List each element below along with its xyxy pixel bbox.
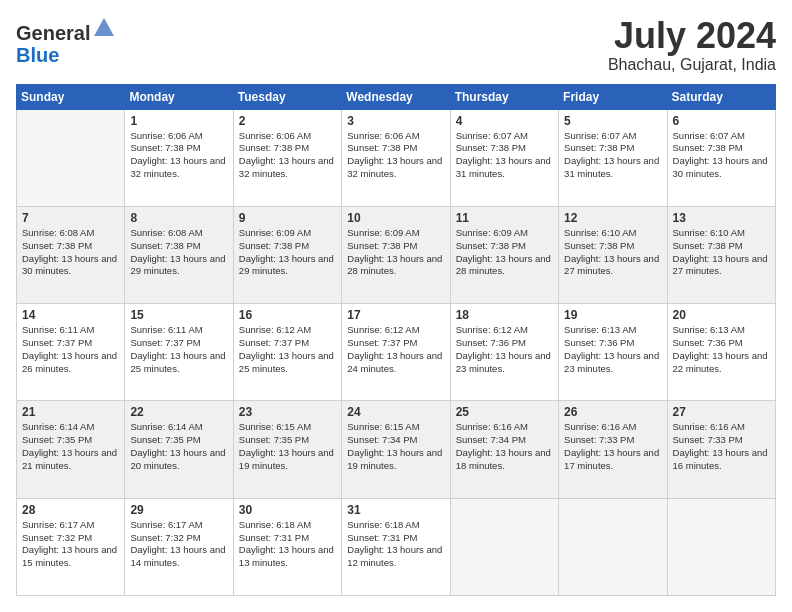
day-number: 12 (564, 211, 661, 225)
day-number: 24 (347, 405, 444, 419)
day-info: Sunrise: 6:10 AMSunset: 7:38 PMDaylight:… (564, 227, 661, 278)
day-number: 31 (347, 503, 444, 517)
day-number: 23 (239, 405, 336, 419)
logo-text: General Blue (16, 16, 116, 66)
day-number: 3 (347, 114, 444, 128)
calendar-week-row: 1Sunrise: 6:06 AMSunset: 7:38 PMDaylight… (17, 109, 776, 206)
day-info: Sunrise: 6:12 AMSunset: 7:37 PMDaylight:… (239, 324, 336, 375)
day-info: Sunrise: 6:11 AMSunset: 7:37 PMDaylight:… (130, 324, 227, 375)
day-number: 25 (456, 405, 553, 419)
day-number: 1 (130, 114, 227, 128)
day-info: Sunrise: 6:16 AMSunset: 7:34 PMDaylight:… (456, 421, 553, 472)
day-info: Sunrise: 6:13 AMSunset: 7:36 PMDaylight:… (673, 324, 770, 375)
day-number: 8 (130, 211, 227, 225)
day-info: Sunrise: 6:06 AMSunset: 7:38 PMDaylight:… (130, 130, 227, 181)
day-info: Sunrise: 6:18 AMSunset: 7:31 PMDaylight:… (239, 519, 336, 570)
day-info: Sunrise: 6:12 AMSunset: 7:37 PMDaylight:… (347, 324, 444, 375)
table-row: 7Sunrise: 6:08 AMSunset: 7:38 PMDaylight… (17, 206, 125, 303)
table-row: 6Sunrise: 6:07 AMSunset: 7:38 PMDaylight… (667, 109, 775, 206)
month-title: July 2024 (608, 16, 776, 56)
table-row: 4Sunrise: 6:07 AMSunset: 7:38 PMDaylight… (450, 109, 558, 206)
day-number: 14 (22, 308, 119, 322)
table-row: 16Sunrise: 6:12 AMSunset: 7:37 PMDayligh… (233, 304, 341, 401)
calendar-week-row: 14Sunrise: 6:11 AMSunset: 7:37 PMDayligh… (17, 304, 776, 401)
table-row: 29Sunrise: 6:17 AMSunset: 7:32 PMDayligh… (125, 498, 233, 595)
day-info: Sunrise: 6:15 AMSunset: 7:35 PMDaylight:… (239, 421, 336, 472)
day-number: 26 (564, 405, 661, 419)
day-number: 19 (564, 308, 661, 322)
day-info: Sunrise: 6:09 AMSunset: 7:38 PMDaylight:… (347, 227, 444, 278)
table-row: 8Sunrise: 6:08 AMSunset: 7:38 PMDaylight… (125, 206, 233, 303)
table-row: 2Sunrise: 6:06 AMSunset: 7:38 PMDaylight… (233, 109, 341, 206)
col-wednesday: Wednesday (342, 84, 450, 109)
day-number: 11 (456, 211, 553, 225)
page: General Blue July 2024 Bhachau, Gujarat,… (0, 0, 792, 612)
day-info: Sunrise: 6:07 AMSunset: 7:38 PMDaylight:… (456, 130, 553, 181)
day-number: 29 (130, 503, 227, 517)
day-number: 21 (22, 405, 119, 419)
day-info: Sunrise: 6:15 AMSunset: 7:34 PMDaylight:… (347, 421, 444, 472)
day-info: Sunrise: 6:11 AMSunset: 7:37 PMDaylight:… (22, 324, 119, 375)
day-number: 22 (130, 405, 227, 419)
calendar-header-row: Sunday Monday Tuesday Wednesday Thursday… (17, 84, 776, 109)
col-friday: Friday (559, 84, 667, 109)
day-info: Sunrise: 6:07 AMSunset: 7:38 PMDaylight:… (564, 130, 661, 181)
day-info: Sunrise: 6:13 AMSunset: 7:36 PMDaylight:… (564, 324, 661, 375)
day-info: Sunrise: 6:18 AMSunset: 7:31 PMDaylight:… (347, 519, 444, 570)
day-info: Sunrise: 6:08 AMSunset: 7:38 PMDaylight:… (130, 227, 227, 278)
title-block: July 2024 Bhachau, Gujarat, India (608, 16, 776, 74)
day-number: 9 (239, 211, 336, 225)
day-info: Sunrise: 6:14 AMSunset: 7:35 PMDaylight:… (22, 421, 119, 472)
day-info: Sunrise: 6:08 AMSunset: 7:38 PMDaylight:… (22, 227, 119, 278)
day-number: 15 (130, 308, 227, 322)
logo: General Blue (16, 16, 116, 66)
table-row: 13Sunrise: 6:10 AMSunset: 7:38 PMDayligh… (667, 206, 775, 303)
table-row: 20Sunrise: 6:13 AMSunset: 7:36 PMDayligh… (667, 304, 775, 401)
day-info: Sunrise: 6:10 AMSunset: 7:38 PMDaylight:… (673, 227, 770, 278)
table-row: 24Sunrise: 6:15 AMSunset: 7:34 PMDayligh… (342, 401, 450, 498)
day-number: 7 (22, 211, 119, 225)
table-row: 27Sunrise: 6:16 AMSunset: 7:33 PMDayligh… (667, 401, 775, 498)
table-row (450, 498, 558, 595)
day-number: 5 (564, 114, 661, 128)
calendar-week-row: 7Sunrise: 6:08 AMSunset: 7:38 PMDaylight… (17, 206, 776, 303)
table-row: 31Sunrise: 6:18 AMSunset: 7:31 PMDayligh… (342, 498, 450, 595)
day-info: Sunrise: 6:16 AMSunset: 7:33 PMDaylight:… (564, 421, 661, 472)
day-number: 2 (239, 114, 336, 128)
table-row: 9Sunrise: 6:09 AMSunset: 7:38 PMDaylight… (233, 206, 341, 303)
table-row: 1Sunrise: 6:06 AMSunset: 7:38 PMDaylight… (125, 109, 233, 206)
day-info: Sunrise: 6:17 AMSunset: 7:32 PMDaylight:… (22, 519, 119, 570)
day-info: Sunrise: 6:06 AMSunset: 7:38 PMDaylight:… (347, 130, 444, 181)
day-number: 10 (347, 211, 444, 225)
table-row (667, 498, 775, 595)
day-info: Sunrise: 6:17 AMSunset: 7:32 PMDaylight:… (130, 519, 227, 570)
day-number: 17 (347, 308, 444, 322)
table-row: 26Sunrise: 6:16 AMSunset: 7:33 PMDayligh… (559, 401, 667, 498)
day-number: 28 (22, 503, 119, 517)
table-row: 12Sunrise: 6:10 AMSunset: 7:38 PMDayligh… (559, 206, 667, 303)
calendar-week-row: 21Sunrise: 6:14 AMSunset: 7:35 PMDayligh… (17, 401, 776, 498)
day-info: Sunrise: 6:16 AMSunset: 7:33 PMDaylight:… (673, 421, 770, 472)
svg-marker-0 (94, 18, 114, 36)
table-row (17, 109, 125, 206)
table-row: 17Sunrise: 6:12 AMSunset: 7:37 PMDayligh… (342, 304, 450, 401)
day-number: 13 (673, 211, 770, 225)
col-tuesday: Tuesday (233, 84, 341, 109)
day-number: 6 (673, 114, 770, 128)
col-sunday: Sunday (17, 84, 125, 109)
day-number: 18 (456, 308, 553, 322)
calendar-table: Sunday Monday Tuesday Wednesday Thursday… (16, 84, 776, 596)
col-thursday: Thursday (450, 84, 558, 109)
day-info: Sunrise: 6:09 AMSunset: 7:38 PMDaylight:… (456, 227, 553, 278)
day-number: 20 (673, 308, 770, 322)
day-info: Sunrise: 6:12 AMSunset: 7:36 PMDaylight:… (456, 324, 553, 375)
table-row: 30Sunrise: 6:18 AMSunset: 7:31 PMDayligh… (233, 498, 341, 595)
table-row: 14Sunrise: 6:11 AMSunset: 7:37 PMDayligh… (17, 304, 125, 401)
logo-blue: Blue (16, 44, 59, 66)
table-row: 3Sunrise: 6:06 AMSunset: 7:38 PMDaylight… (342, 109, 450, 206)
table-row: 11Sunrise: 6:09 AMSunset: 7:38 PMDayligh… (450, 206, 558, 303)
table-row: 15Sunrise: 6:11 AMSunset: 7:37 PMDayligh… (125, 304, 233, 401)
day-number: 27 (673, 405, 770, 419)
table-row: 28Sunrise: 6:17 AMSunset: 7:32 PMDayligh… (17, 498, 125, 595)
table-row: 5Sunrise: 6:07 AMSunset: 7:38 PMDaylight… (559, 109, 667, 206)
